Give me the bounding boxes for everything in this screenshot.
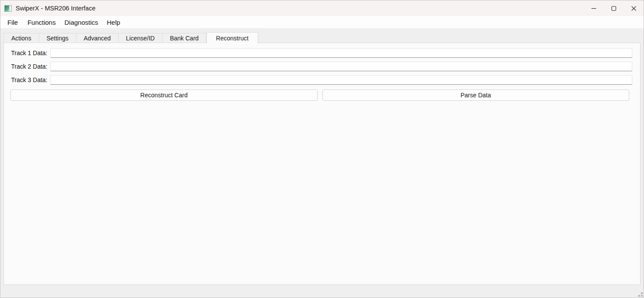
track1-row: Track 1 Data:	[10, 48, 632, 58]
tab-strip: Actions Settings Advanced License/ID Ban…	[3, 32, 641, 43]
tab-license-id[interactable]: License/ID	[119, 33, 163, 43]
tab-area: Actions Settings Advanced License/ID Ban…	[0, 32, 644, 43]
track1-data-input[interactable]	[50, 48, 632, 58]
window-title: SwiperX - MSR206 Interface	[16, 5, 96, 12]
resize-grip-icon[interactable]	[637, 291, 643, 297]
tab-settings[interactable]: Settings	[39, 33, 76, 43]
button-row: Reconstruct Card Parse Data	[10, 89, 629, 101]
menu-bar: File Functions Diagnostics Help	[0, 16, 644, 28]
track2-data-input[interactable]	[50, 62, 632, 71]
minimize-button-icon[interactable]	[584, 0, 604, 16]
tab-reconstruct[interactable]: Reconstruct	[206, 32, 258, 43]
track2-row: Track 2 Data:	[10, 62, 632, 71]
track3-row: Track 3 Data:	[10, 75, 632, 85]
parse-data-button[interactable]: Parse Data	[322, 89, 630, 101]
tab-bank-card[interactable]: Bank Card	[163, 33, 206, 43]
app-window: SwiperX - MSR206 Interface File Function…	[0, 0, 644, 298]
menu-functions[interactable]: Functions	[23, 17, 60, 27]
track3-label: Track 3 Data:	[10, 76, 47, 83]
app-icon	[4, 5, 12, 12]
track3-data-input[interactable]	[50, 75, 632, 85]
menu-help[interactable]: Help	[103, 17, 125, 27]
close-button-icon[interactable]	[624, 0, 644, 16]
reconstruct-card-button[interactable]: Reconstruct Card	[10, 89, 318, 101]
title-bar: SwiperX - MSR206 Interface	[0, 0, 644, 16]
menu-diagnostics[interactable]: Diagnostics	[60, 17, 103, 27]
menu-file[interactable]: File	[7, 17, 23, 27]
track2-label: Track 2 Data:	[10, 63, 47, 70]
maximize-button-icon[interactable]	[604, 0, 624, 16]
tab-actions[interactable]: Actions	[3, 33, 39, 43]
track1-label: Track 1 Data:	[10, 50, 47, 56]
bottom-strip	[0, 285, 644, 298]
tab-advanced[interactable]: Advanced	[76, 33, 119, 43]
reconstruct-tab-page: Track 1 Data: Track 2 Data: Track 3 Data…	[3, 43, 641, 285]
